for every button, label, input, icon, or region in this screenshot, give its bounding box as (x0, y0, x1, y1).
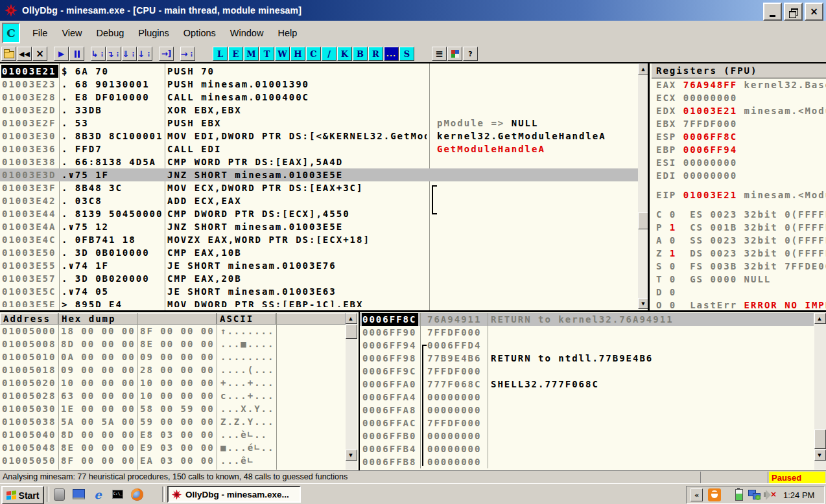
windows-list-button[interactable]: ≡ (432, 47, 447, 61)
disasm-row[interactable]: 01003E38. 66:8138 4D5ACMP WORD PTR DS:[E… (0, 155, 638, 168)
log-window-button[interactable]: L (213, 47, 228, 61)
battery-tray-icon[interactable] (735, 489, 743, 501)
stack-pane[interactable]: 0006FF8C76A94911RETURN to kernel32.76A94… (360, 312, 826, 470)
disasm-row[interactable]: 01003E44. 8139 50450000CMP DWORD PTR DS:… (0, 207, 638, 220)
disasm-row[interactable]: 01003E30. 8B3D 8C100001MOV EDI,DWORD PTR… (0, 130, 638, 143)
windows-button[interactable]: W (275, 47, 290, 61)
register-row[interactable]: EDX 01003E21 minesam.<Modu (656, 104, 826, 117)
hexdump-header-address[interactable]: Address (0, 313, 58, 325)
disasm-row[interactable]: 01003E2F. 53PUSH EBXpModule => NULL (0, 117, 638, 130)
flag-row[interactable]: A 0 SS 0023 32bit 0(FFFFF (656, 234, 826, 247)
references-button[interactable]: R (368, 47, 383, 61)
menu-item-help[interactable]: Help (270, 25, 304, 41)
flag-row[interactable]: P 1 CS 001B 32bit 0(FFFFF (656, 221, 826, 234)
disasm-row[interactable]: 01003E36. FFD7CALL EDIGetModuleHandleA (0, 143, 638, 155)
menu-item-debug[interactable]: Debug (89, 25, 132, 41)
quicklaunch-firefox-button[interactable] (130, 487, 144, 501)
registers-pane[interactable]: Registers (FPU) EAX 76A948FF kernel32.Ba… (652, 63, 826, 310)
stack-row[interactable]: 0006FFB400000000 (360, 442, 814, 455)
menu-item-window[interactable]: Window (223, 25, 271, 41)
scrollbar-thumb[interactable] (638, 212, 650, 229)
cpu-button[interactable]: C (306, 47, 321, 61)
register-row[interactable]: EDI 00000000 (656, 169, 826, 182)
disasm-row[interactable]: 01003E4C. 0FB741 18MOVZX EAX,WORD PTR DS… (0, 233, 638, 246)
register-row[interactable]: ESP 0006FF8C (656, 130, 826, 143)
disasm-row[interactable]: 01003E50. 3D 0B010000CMP EAX,10B (0, 246, 638, 259)
stack-row[interactable]: 0006FFA400000000 (360, 391, 814, 404)
menu-item-file[interactable]: File (25, 25, 54, 41)
stack-row[interactable]: 0006FFA800000000 (360, 404, 814, 417)
disasm-row[interactable]: 01003E28. E8 DF010000CALL minesam.010040… (0, 91, 638, 104)
scroll-down-icon[interactable]: ▼ (814, 450, 826, 461)
scroll-up-icon[interactable]: ▲ (638, 63, 650, 74)
menu-item-view[interactable]: View (54, 25, 89, 41)
hexdump-row[interactable]: 010050088D 00 00 008E 00 00 00...■.... (0, 338, 346, 350)
executables-button[interactable]: E (228, 47, 243, 61)
scroll-up-icon[interactable]: ▲ (814, 313, 826, 324)
register-row[interactable]: EBP 0006FF94 (656, 143, 826, 156)
java-tray-icon[interactable] (708, 488, 721, 501)
handles-button[interactable]: H (290, 47, 305, 61)
disasm-row[interactable]: 01003E57. 3D 0B020000CMP EAX,20B (0, 272, 638, 285)
quicklaunch-command-prompt-button[interactable]: C:\_ (110, 487, 124, 501)
restart-button[interactable]: ◀◀ (17, 47, 32, 61)
go-to-button[interactable]: →⋮ (180, 47, 195, 61)
execute-till-return-button[interactable]: →] (159, 47, 174, 61)
volume-muted-tray-icon[interactable]: × (764, 490, 777, 500)
stack-row[interactable]: 0006FFAC7FFDF000 (360, 417, 814, 430)
hexdump-row[interactable]: 0100501809 00 00 0028 00 00 00....(... (0, 363, 346, 376)
disasm-row[interactable]: 01003E3F. 8B48 3CMOV ECX,DWORD PTR DS:[E… (0, 181, 638, 194)
hexdump-scrollbar[interactable]: ▲ ▼ (346, 313, 357, 470)
hexdump-row[interactable]: 0100502863 00 00 0010 00 00 00c...+... (0, 389, 346, 402)
source-button[interactable]: S (399, 47, 414, 61)
disasm-row[interactable]: 01003E21$ 6A 70PUSH 70 (0, 65, 638, 78)
restore-button[interactable] (784, 3, 803, 21)
disasm-row[interactable]: 01003E3D.∨75 1FJNZ SHORT minesam.01003E5… (0, 168, 638, 181)
hexdump-row[interactable]: 010050488E 00 00 00E9 03 00 00■...é∟.. (0, 441, 346, 454)
stack-row[interactable]: 0006FF9C7FFDF000 (360, 365, 814, 378)
call-stack-button[interactable]: K (337, 47, 352, 61)
disassembly-pane[interactable]: 01003E21$ 6A 70PUSH 7001003E23. 68 90130… (0, 63, 650, 310)
disasm-row[interactable]: 01003E55.∨74 1FJE SHORT minesam.01003E76 (0, 259, 638, 272)
hexdump-row[interactable]: 010050408D 00 00 00E8 03 00 00...è∟.. (0, 428, 346, 441)
scroll-down-icon[interactable]: ▼ (638, 298, 650, 309)
cpu-window-system-icon[interactable]: C (2, 23, 20, 43)
animate-over-button[interactable]: ↓⋮ (137, 47, 152, 61)
hexdump-row[interactable]: 0100500018 00 00 008F 00 00 00↑....... (0, 325, 346, 338)
animate-into-button[interactable]: ⇓⋮ (122, 47, 137, 61)
disasm-row[interactable]: 01003E42. 03C8ADD ECX,EAX (0, 194, 638, 207)
disasm-row[interactable]: 01003E23. 68 90130001PUSH minesam.010013… (0, 78, 638, 91)
run-trace-button[interactable]: ... (384, 47, 399, 61)
start-button[interactable]: Start (1, 486, 44, 504)
scroll-up-icon[interactable]: ▲ (346, 313, 357, 324)
register-row[interactable]: ESI 00000000 (656, 156, 826, 169)
hexdump-row[interactable]: 0100502010 00 00 0010 00 00 00+...+... (0, 376, 346, 389)
disasm-row[interactable]: 01003E2D. 33DBXOR EBX,EBX (0, 104, 638, 117)
menu-item-options[interactable]: Options (176, 25, 223, 41)
flag-row[interactable]: C 0 ES 0023 32bit 0(FFFFF (656, 208, 826, 221)
close-program-button[interactable]: × (32, 47, 47, 61)
register-row[interactable]: EAX 76A948FF kernel32.Base (656, 78, 826, 91)
hexdump-row[interactable]: 010050508F 00 00 00EA 03 00 00...ê∟ (0, 454, 346, 464)
flag-row[interactable]: Z 1 DS 0023 32bit 0(FFFFF (656, 247, 826, 260)
disasm-row[interactable]: 01003E5C.∨74 05JE SHORT minesam.01003E63 (0, 285, 638, 298)
register-row[interactable]: EBX 7FFDF000 (656, 117, 826, 130)
flag-row[interactable]: S 0 FS 003B 32bit 7FFDE00 (656, 260, 826, 273)
stack-row[interactable]: 0006FFB800000000 (360, 455, 814, 465)
patches-button[interactable]: / (322, 47, 336, 61)
disassembly-scrollbar[interactable]: ▲ ▼ (638, 63, 650, 309)
threads-button[interactable]: T (259, 47, 274, 61)
memory-map-button[interactable]: M (244, 47, 259, 61)
stack-scrollbar[interactable]: ▲ ▼ (814, 313, 826, 470)
menu-item-plugins[interactable]: Plugins (131, 25, 176, 41)
stack-row[interactable]: 0006FF907FFDF000 (360, 326, 814, 339)
stack-row[interactable]: 0006FF940006FFD4 (360, 339, 814, 352)
close-button[interactable]: × (805, 3, 823, 21)
run-button[interactable]: ▶ (54, 47, 69, 61)
flag-row[interactable]: T 0 GS 0000 NULL (656, 273, 826, 286)
quicklaunch-show-desktop-button[interactable] (71, 487, 86, 501)
appearance-button[interactable] (447, 47, 462, 61)
step-into-button[interactable]: ↳⋮ (91, 47, 106, 61)
breakpoints-button[interactable]: B (353, 47, 368, 61)
scrollbar-thumb[interactable] (346, 325, 357, 339)
